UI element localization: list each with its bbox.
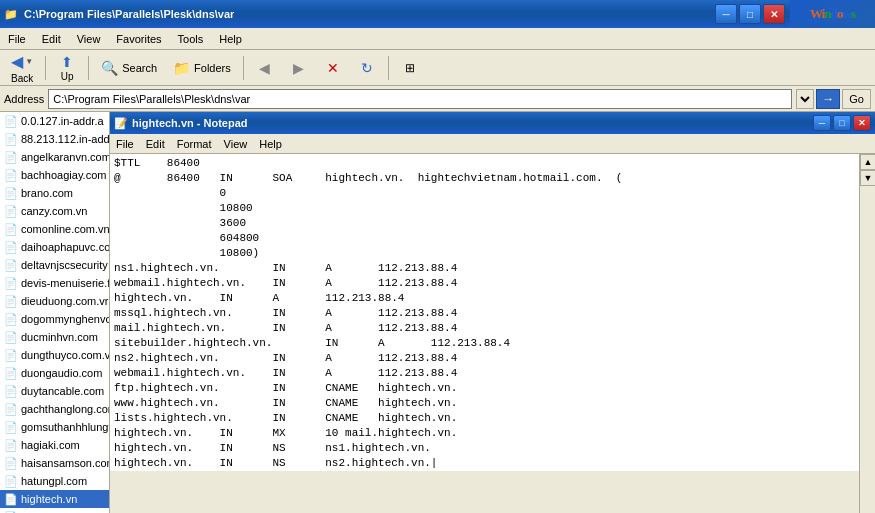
main-toolbar: ◀ ▼ Back ⬆ Up 🔍 Search 📁 Folders ◀ ▶ bbox=[0, 50, 875, 86]
search-label: Search bbox=[122, 62, 157, 74]
nav-back-icon-btn[interactable]: ◀ bbox=[249, 53, 281, 83]
file-icon: 📄 bbox=[4, 331, 18, 343]
file-icon: 📄 bbox=[4, 115, 18, 127]
notepad-close-button[interactable]: ✕ bbox=[853, 115, 871, 131]
file-item-88.213[interactable]: 📄 88.213.112.in-add bbox=[0, 130, 109, 148]
notepad-maximize-button[interactable]: □ bbox=[833, 115, 851, 131]
file-icon: 📄 bbox=[4, 295, 18, 307]
file-item-comonline[interactable]: 📄 comonline.com.vn bbox=[0, 220, 109, 238]
file-item-hoanglinh[interactable]: 📄 hoanglinhltd.com bbox=[0, 508, 109, 513]
toolbar-sep-2 bbox=[88, 56, 89, 80]
notepad-menubar: File Edit Format View Help bbox=[110, 134, 875, 154]
address-bar: Address C:\Program Files\Parallels\Plesk… bbox=[0, 86, 875, 112]
folders-button[interactable]: 📁 Folders bbox=[166, 56, 238, 80]
file-icon: 📄 bbox=[4, 349, 18, 361]
address-dropdown[interactable] bbox=[796, 89, 814, 109]
file-item-dogommy[interactable]: 📄 dogommynghenvo bbox=[0, 310, 109, 328]
go-button[interactable]: Go bbox=[842, 89, 871, 109]
file-item-deltavnjsc[interactable]: 📄 deltavnjscsecurity bbox=[0, 256, 109, 274]
file-item-canzy[interactable]: 📄 canzy.com.vn bbox=[0, 202, 109, 220]
notepad-menu-view[interactable]: View bbox=[218, 137, 254, 151]
file-item-brano[interactable]: 📄 brano.com bbox=[0, 184, 109, 202]
notepad-scrollbar[interactable]: ▲ ▼ bbox=[859, 154, 875, 513]
file-item-hightech[interactable]: 📄 hightech.vn bbox=[0, 490, 109, 508]
menu-view[interactable]: View bbox=[69, 31, 109, 47]
toolbar-sep-1 bbox=[45, 56, 46, 80]
address-input[interactable]: C:\Program Files\Parallels\Plesk\dns\var bbox=[48, 89, 792, 109]
back-button[interactable]: ◀ ▼ Back bbox=[4, 53, 40, 83]
file-item-daihoapha[interactable]: 📄 daihoaphapuvc.co bbox=[0, 238, 109, 256]
view-icon: ⊞ bbox=[405, 61, 415, 75]
close-button[interactable]: ✕ bbox=[763, 4, 785, 24]
notepad-window-controls: ─ □ ✕ bbox=[813, 115, 871, 131]
up-label: Up bbox=[61, 71, 74, 82]
file-item-hagiaki[interactable]: 📄 hagiaki.com bbox=[0, 436, 109, 454]
notepad-text-area[interactable]: $TTL 86400 @ 86400 IN SOA hightech.vn. h… bbox=[110, 154, 859, 471]
address-go-arrow[interactable]: → bbox=[816, 89, 840, 109]
main-title-text: C:\Program Files\Parallels\Plesk\dns\var bbox=[24, 8, 234, 20]
file-icon-selected: 📄 bbox=[4, 493, 18, 505]
notepad-menu-format[interactable]: Format bbox=[171, 137, 218, 151]
file-item-haisan[interactable]: 📄 haisansamson.com bbox=[0, 454, 109, 472]
back-arrow-icon: ◀ bbox=[11, 52, 23, 71]
file-icon: 📄 bbox=[4, 385, 18, 397]
scrollbar-up-arrow[interactable]: ▲ bbox=[860, 154, 875, 170]
up-button[interactable]: ⬆ Up bbox=[51, 53, 83, 83]
refresh-icon: ↻ bbox=[361, 60, 373, 76]
file-item-0.0.127[interactable]: 📄 0.0.127.in-addr.a bbox=[0, 112, 109, 130]
file-icon: 📄 bbox=[4, 151, 18, 163]
file-item-goms[interactable]: 📄 gomsuthanhhlungt bbox=[0, 418, 109, 436]
nav-stop-icon-btn[interactable]: ✕ bbox=[317, 53, 349, 83]
menu-file[interactable]: File bbox=[0, 31, 34, 47]
back-dropdown-icon[interactable]: ▼ bbox=[25, 57, 33, 66]
notepad-menu-edit[interactable]: Edit bbox=[140, 137, 171, 151]
file-icon: 📄 bbox=[4, 187, 18, 199]
notepad-window: 📝 hightech.vn - Notepad ─ □ ✕ File Edit … bbox=[110, 112, 875, 513]
file-icon: 📄 bbox=[4, 313, 18, 325]
file-icon: 📄 bbox=[4, 169, 18, 181]
file-item-gachthang[interactable]: 📄 gachthanglong.cor bbox=[0, 400, 109, 418]
notepad-menu-help[interactable]: Help bbox=[253, 137, 288, 151]
view-options-btn[interactable]: ⊞ bbox=[394, 53, 426, 83]
notepad-icon: 📝 bbox=[114, 117, 128, 130]
notepad-minimize-button[interactable]: ─ bbox=[813, 115, 831, 131]
file-icon: 📄 bbox=[4, 259, 18, 271]
minimize-button[interactable]: ─ bbox=[715, 4, 737, 24]
nav-forward-icon-btn[interactable]: ▶ bbox=[283, 53, 315, 83]
file-item-ducminh[interactable]: 📄 ducminhvn.com bbox=[0, 328, 109, 346]
stop-icon: ✕ bbox=[327, 60, 339, 76]
up-arrow-icon: ⬆ bbox=[61, 54, 73, 70]
file-item-hatungpl[interactable]: 📄 hatungpl.com bbox=[0, 472, 109, 490]
menu-favorites[interactable]: Favorites bbox=[108, 31, 169, 47]
file-item-dieuduong[interactable]: 📄 dieuduong.com.vr bbox=[0, 292, 109, 310]
notepad-title: 📝 hightech.vn - Notepad bbox=[114, 117, 813, 130]
file-item-duongaudio[interactable]: 📄 duongaudio.com bbox=[0, 364, 109, 382]
main-window: 📁 C:\Program Files\Parallels\Plesk\dns\v… bbox=[0, 0, 875, 513]
menu-help[interactable]: Help bbox=[211, 31, 250, 47]
file-icon: 📄 bbox=[4, 439, 18, 451]
file-item-bachhoagiay[interactable]: 📄 bachhoagiay.com bbox=[0, 166, 109, 184]
notepad-menu-file[interactable]: File bbox=[110, 137, 140, 151]
nav-left-icon: ◀ bbox=[259, 60, 270, 76]
file-item-duytancable[interactable]: 📄 duytancable.com bbox=[0, 382, 109, 400]
nav-refresh-icon-btn[interactable]: ↻ bbox=[351, 53, 383, 83]
file-item-angelkaran[interactable]: 📄 angelkaranvn.com bbox=[0, 148, 109, 166]
file-icon: 📄 bbox=[4, 475, 18, 487]
content-area: 📄 0.0.127.in-addr.a 📄 88.213.112.in-add … bbox=[0, 112, 875, 513]
search-button[interactable]: 🔍 Search bbox=[94, 56, 164, 80]
menu-edit[interactable]: Edit bbox=[34, 31, 69, 47]
scrollbar-down-arrow[interactable]: ▼ bbox=[860, 170, 875, 186]
notepad-title-text: hightech.vn - Notepad bbox=[132, 117, 248, 129]
main-window-controls: ─ □ ✕ bbox=[715, 4, 785, 24]
file-item-dungthuyco[interactable]: 📄 dungthuyco.com.v bbox=[0, 346, 109, 364]
file-icon: 📄 bbox=[4, 421, 18, 433]
file-item-devis[interactable]: 📄 devis-menuiserie.f bbox=[0, 274, 109, 292]
maximize-button[interactable]: □ bbox=[739, 4, 761, 24]
folder-icon: 📁 bbox=[4, 8, 18, 21]
folders-icon: 📁 bbox=[173, 60, 190, 76]
menu-tools[interactable]: Tools bbox=[170, 31, 212, 47]
file-icon: 📄 bbox=[4, 367, 18, 379]
nav-right-icon: ▶ bbox=[293, 60, 304, 76]
address-controls: → Go bbox=[796, 89, 871, 109]
address-label: Address bbox=[4, 93, 44, 105]
